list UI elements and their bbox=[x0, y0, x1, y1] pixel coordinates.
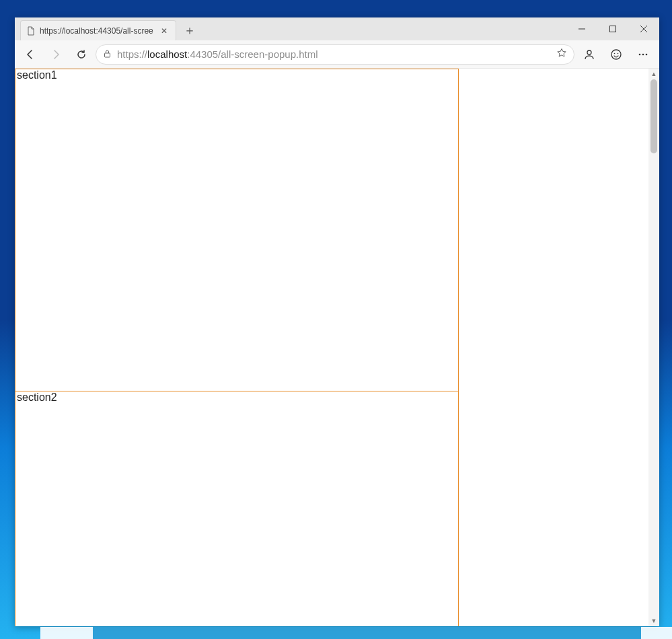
section-2-label: section2 bbox=[17, 391, 57, 403]
section-1: section1 bbox=[15, 69, 459, 391]
address-text: https://localhost:44305/all-screen-popup… bbox=[117, 48, 551, 60]
url-host: localhost bbox=[147, 48, 187, 60]
svg-rect-4 bbox=[105, 53, 110, 57]
back-button[interactable] bbox=[19, 44, 42, 65]
url-rest: :44305/all-screen-popup.html bbox=[187, 48, 318, 60]
content-viewport: section1 section2 ▲ ▼ bbox=[15, 69, 659, 626]
svg-point-9 bbox=[639, 53, 641, 55]
refresh-button[interactable] bbox=[70, 44, 93, 65]
tab-close-button[interactable]: ✕ bbox=[158, 26, 170, 36]
scroll-up-arrow[interactable]: ▲ bbox=[648, 69, 659, 79]
svg-point-8 bbox=[618, 52, 619, 54]
section-1-label: section1 bbox=[17, 69, 57, 81]
svg-point-11 bbox=[646, 53, 648, 55]
close-window-button[interactable] bbox=[628, 17, 659, 40]
vertical-scrollbar[interactable]: ▲ ▼ bbox=[648, 69, 659, 626]
window-controls bbox=[566, 17, 659, 40]
toolbar: https://localhost:44305/all-screen-popup… bbox=[15, 40, 659, 69]
page-icon bbox=[26, 26, 36, 36]
forward-button[interactable] bbox=[44, 44, 67, 65]
desktop-taskbar-hint bbox=[0, 627, 672, 639]
svg-point-5 bbox=[587, 50, 591, 54]
url-scheme: https:// bbox=[117, 48, 147, 60]
browser-window: https://localhost:44305/all-scree ✕ ＋ bbox=[15, 17, 659, 626]
favorite-icon[interactable] bbox=[556, 48, 567, 61]
svg-point-7 bbox=[614, 52, 615, 54]
feedback-button[interactable] bbox=[604, 44, 628, 65]
maximize-button[interactable] bbox=[597, 17, 628, 40]
profile-button[interactable] bbox=[577, 44, 601, 65]
scroll-down-arrow[interactable]: ▼ bbox=[648, 615, 659, 626]
browser-tab[interactable]: https://localhost:44305/all-scree ✕ bbox=[20, 20, 176, 40]
minimize-button[interactable] bbox=[566, 17, 597, 40]
more-button[interactable] bbox=[631, 44, 655, 65]
scroll-thumb[interactable] bbox=[650, 79, 657, 153]
page-body: section1 section2 bbox=[15, 69, 648, 626]
section-2: section2 bbox=[15, 391, 459, 626]
titlebar: https://localhost:44305/all-scree ✕ ＋ bbox=[15, 17, 659, 40]
svg-rect-1 bbox=[610, 26, 616, 32]
new-tab-button[interactable]: ＋ bbox=[176, 20, 203, 40]
address-bar[interactable]: https://localhost:44305/all-screen-popup… bbox=[96, 44, 574, 65]
svg-point-6 bbox=[611, 50, 621, 59]
lock-icon bbox=[103, 48, 112, 60]
tab-title: https://localhost:44305/all-scree bbox=[40, 26, 154, 36]
svg-point-10 bbox=[642, 53, 644, 55]
